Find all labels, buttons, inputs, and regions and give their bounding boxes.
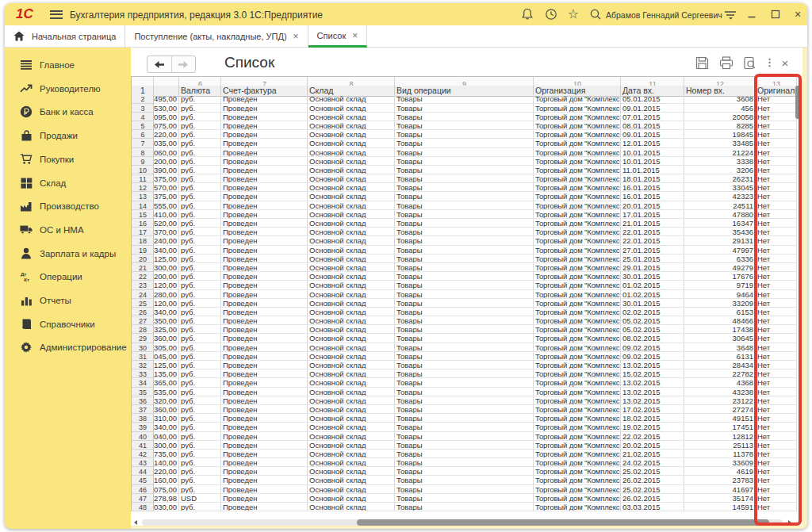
row-number[interactable]: 38 — [132, 414, 154, 423]
cell-amount[interactable]: 365,00 — [154, 378, 179, 387]
row-number[interactable]: 47 — [132, 494, 154, 503]
cell-operation[interactable]: Товары — [395, 121, 534, 130]
cell-organization[interactable]: Торговый дом "Комплексны — [534, 219, 621, 228]
cell-warehouse[interactable]: Основной склад — [308, 192, 395, 201]
cell-warehouse[interactable]: Основной склад — [308, 299, 395, 308]
cell-currency[interactable]: руб. — [179, 432, 221, 441]
cell-amount[interactable]: 240,00 — [154, 236, 179, 245]
row-number[interactable]: 21 — [132, 263, 154, 272]
cell-date[interactable]: 03.03.2015 — [621, 503, 684, 511]
cell-organization[interactable]: Торговый дом "Комплексны — [534, 210, 621, 219]
cell-currency[interactable]: руб. — [179, 369, 221, 378]
row-number[interactable]: 39 — [132, 423, 154, 431]
cell-amount[interactable]: 220,00 — [154, 130, 179, 139]
notifications-bell-icon[interactable] — [520, 7, 534, 21]
cell-currency[interactable]: руб. — [179, 476, 221, 484]
cell-amount[interactable]: 360,00 — [154, 405, 179, 414]
cell-date[interactable]: 27.01.2015 — [621, 246, 684, 255]
cell-operation[interactable]: Товары — [395, 166, 534, 174]
row-number[interactable]: 29 — [132, 334, 154, 343]
cell-invoice[interactable]: Проведен — [221, 414, 308, 423]
cell-date[interactable]: 02.02.2015 — [621, 308, 684, 316]
cell-operation[interactable]: Товары — [395, 334, 534, 343]
cell-number[interactable]: 33209 — [684, 299, 756, 308]
cell-amount[interactable]: 340,00 — [154, 423, 179, 431]
cell-operation[interactable]: Товары — [395, 290, 534, 299]
row-number[interactable]: 10 — [132, 166, 154, 174]
cell-number[interactable]: 47997 — [684, 246, 756, 255]
cell-operation[interactable]: Товары — [395, 201, 534, 210]
cell-operation[interactable]: Товары — [395, 308, 534, 316]
cell-operation[interactable]: Товары — [395, 228, 534, 236]
cell-organization[interactable]: Торговый дом "Комплексны — [534, 388, 621, 396]
cell-operation[interactable]: Товары — [395, 148, 534, 157]
cell-date[interactable]: 22.01.2015 — [621, 236, 684, 245]
row-number[interactable]: 41 — [132, 441, 154, 450]
cell-operation[interactable]: Товары — [395, 246, 534, 255]
cell-organization[interactable]: Торговый дом "Комплексны — [534, 113, 621, 121]
row-number[interactable]: 48 — [132, 503, 154, 511]
minimize-button[interactable] — [744, 6, 760, 22]
cell-currency[interactable]: руб. — [179, 352, 221, 361]
sidebar-item-12[interactable]: Справочники — [5, 314, 131, 335]
cell-number[interactable]: 3608 — [684, 94, 756, 103]
cell-amount[interactable]: 370,00 — [154, 228, 179, 236]
row-number[interactable]: 34 — [132, 378, 154, 387]
cell-organization[interactable]: Торговый дом "Комплексны — [534, 166, 621, 174]
cell-number[interactable]: 33045 — [684, 183, 756, 192]
horizontal-scroll-thumb[interactable] — [357, 519, 769, 526]
cell-warehouse[interactable]: Основной склад — [308, 458, 395, 467]
cell-invoice[interactable]: Проведен — [221, 94, 308, 103]
row-number[interactable]: 8 — [132, 148, 154, 157]
row-number[interactable]: 18 — [132, 236, 154, 245]
main-menu-icon[interactable] — [50, 10, 63, 19]
cell-invoice[interactable]: Проведен — [221, 476, 308, 484]
close-window-button[interactable]: × — [790, 6, 806, 22]
cell-warehouse[interactable]: Основной склад — [308, 369, 395, 378]
cell-amount[interactable]: 120,00 — [154, 299, 179, 308]
cell-operation[interactable]: Товары — [395, 255, 534, 263]
cell-warehouse[interactable]: Основной склад — [308, 467, 395, 476]
cell-invoice[interactable]: Проведен — [221, 139, 308, 147]
cell-date[interactable]: 16.01.2015 — [621, 183, 684, 192]
cell-warehouse[interactable]: Основной склад — [308, 334, 395, 343]
sidebar-item-4[interactable]: Продажи — [5, 125, 131, 146]
cell-currency[interactable]: руб. — [179, 255, 221, 263]
cell-currency[interactable]: руб. — [179, 174, 221, 183]
cell-amount[interactable]: 325,00 — [154, 325, 179, 334]
cell-operation[interactable]: Товары — [395, 130, 534, 139]
cell-date[interactable]: 09.01.2015 — [621, 130, 684, 139]
sidebar-item-8[interactable]: ОС и НМА — [5, 220, 131, 240]
cell-amount[interactable]: 390,00 — [154, 166, 179, 174]
cell-number[interactable]: 6336 — [684, 255, 756, 263]
cell-date[interactable]: 08.02.2015 — [621, 334, 684, 343]
cell-invoice[interactable]: Проведен — [221, 494, 308, 503]
cell-date[interactable]: 20.02.2015 — [621, 441, 684, 450]
cell-operation[interactable]: Товары — [395, 325, 534, 334]
cell-operation[interactable]: Товары — [395, 219, 534, 228]
cell-operation[interactable]: Товары — [395, 281, 534, 289]
cell-warehouse[interactable]: Основной склад — [308, 236, 395, 245]
cell-operation[interactable]: Товары — [395, 361, 534, 369]
cell-currency[interactable]: руб. — [179, 139, 221, 147]
cell-warehouse[interactable]: Основной склад — [308, 174, 395, 183]
cell-organization[interactable]: Торговый дом "Комплексны — [534, 121, 621, 130]
cell-operation[interactable]: Товары — [395, 272, 534, 281]
cell-amount[interactable]: 030,00 — [154, 503, 179, 511]
cell-currency[interactable]: руб. — [179, 236, 221, 245]
cell-currency[interactable]: руб. — [179, 263, 221, 272]
cell-operation[interactable]: Товары — [395, 157, 534, 166]
row-number[interactable]: 13 — [132, 192, 154, 201]
cell-organization[interactable]: Торговый дом "Комплексны — [534, 183, 621, 192]
cell-organization[interactable]: Торговый дом "Комплексны — [534, 441, 621, 450]
cell-number[interactable]: 49151 — [684, 414, 756, 423]
cell-organization[interactable]: Торговый дом "Комплексны — [534, 325, 621, 334]
cell-warehouse[interactable]: Основной склад — [308, 246, 395, 255]
cell-amount[interactable]: 310,00 — [154, 414, 179, 423]
cell-warehouse[interactable]: Основной склад — [308, 308, 395, 316]
cell-date[interactable]: 05.02.2015 — [621, 325, 684, 334]
cell-invoice[interactable]: Проведен — [221, 183, 308, 192]
cell-operation[interactable]: Товары — [395, 423, 534, 431]
cell-invoice[interactable]: Проведен — [221, 210, 308, 219]
cell-date[interactable]: 09.01.2015 — [621, 104, 684, 113]
